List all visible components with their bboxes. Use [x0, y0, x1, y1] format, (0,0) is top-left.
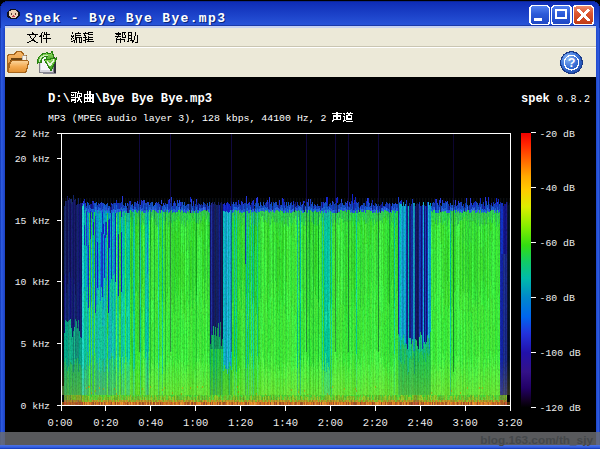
- svg-text:20 kHz: 20 kHz: [15, 154, 50, 165]
- svg-text:15 kHz: 15 kHz: [15, 216, 50, 227]
- svg-text:1:20: 1:20: [228, 417, 253, 429]
- svg-text:-20 dB: -20 dB: [540, 129, 575, 140]
- svg-text:-60 dB: -60 dB: [540, 238, 575, 249]
- svg-text:0:40: 0:40: [138, 417, 163, 429]
- svg-text:-100 dB: -100 dB: [540, 348, 581, 359]
- svg-text:22 kHz: 22 kHz: [15, 129, 50, 140]
- svg-text:3:20: 3:20: [497, 417, 522, 429]
- svg-text:\Bye Bye Bye.mp3: \Bye Bye Bye.mp3: [95, 92, 212, 106]
- svg-text:3:00: 3:00: [452, 417, 477, 429]
- svg-text:-120 dB: -120 dB: [540, 403, 581, 414]
- svg-text:1:40: 1:40: [273, 417, 298, 429]
- svg-text:MP3 (MPEG audio layer 3), 128: MP3 (MPEG audio layer 3), 128 kbps, 4410…: [48, 113, 332, 124]
- svg-text:0:00: 0:00: [47, 417, 72, 429]
- svg-text:D:\: D:\: [48, 92, 70, 106]
- svg-text:0:20: 0:20: [93, 417, 118, 429]
- svg-text:-80 dB: -80 dB: [540, 293, 575, 304]
- svg-text:2:00: 2:00: [318, 417, 343, 429]
- svg-text:0.8.2: 0.8.2: [557, 94, 591, 105]
- svg-text:?: ?: [568, 56, 576, 70]
- svg-text:2:40: 2:40: [408, 417, 433, 429]
- svg-text:blog.163.com/th_sjy: blog.163.com/th_sjy: [480, 433, 593, 447]
- svg-text:1:00: 1:00: [183, 417, 208, 429]
- svg-text:Spek - Bye Bye Bye.mp3: Spek - Bye Bye Bye.mp3: [25, 11, 226, 26]
- svg-text:spek: spek: [521, 92, 550, 106]
- svg-text:0 kHz: 0 kHz: [21, 401, 51, 412]
- svg-text:2:20: 2:20: [363, 417, 388, 429]
- svg-text:5 kHz: 5 kHz: [21, 339, 51, 350]
- svg-text:10 kHz: 10 kHz: [15, 277, 50, 288]
- svg-text:-40 dB: -40 dB: [540, 183, 575, 194]
